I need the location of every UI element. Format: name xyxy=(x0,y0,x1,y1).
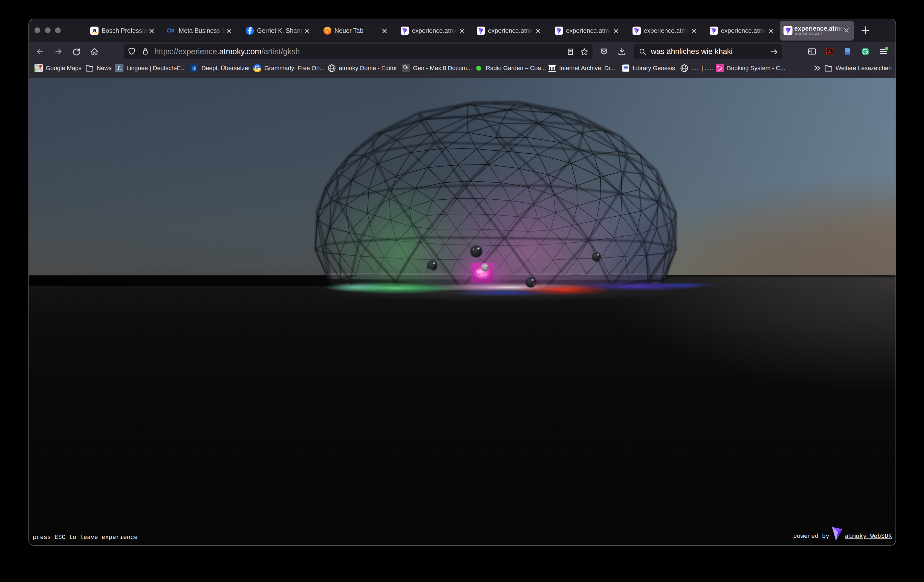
svg-text:L: L xyxy=(117,64,121,72)
